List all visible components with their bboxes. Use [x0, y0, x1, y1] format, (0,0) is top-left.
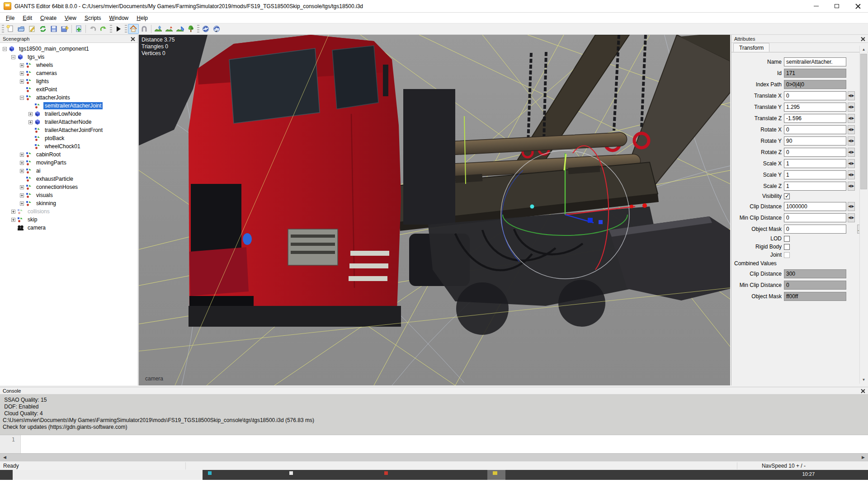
expand-icon[interactable] [28, 120, 33, 124]
tree-node-exitpoint[interactable]: exitPoint [0, 85, 138, 94]
save-button[interactable] [48, 24, 59, 34]
reload-button[interactable] [38, 24, 48, 34]
terrain-smooth-button[interactable] [164, 24, 175, 34]
terrain-slope-button[interactable]: i [175, 24, 185, 34]
magnet-button[interactable] [139, 24, 150, 34]
edit-notes-button[interactable] [27, 24, 38, 34]
scale-x-field[interactable] [784, 159, 846, 168]
expand-icon[interactable] [20, 169, 24, 173]
collapse-icon[interactable] [3, 47, 7, 51]
windows-taskbar[interactable]: 10:27 [0, 470, 868, 480]
rotate-y-field[interactable] [784, 136, 846, 145]
translate-x-field[interactable] [784, 91, 846, 100]
new-file-button[interactable] [5, 24, 16, 34]
min-clip-distance-stepper[interactable] [848, 213, 855, 222]
rotate-x-field[interactable] [784, 125, 846, 134]
expand-icon[interactable] [20, 202, 24, 206]
clip-distance-stepper[interactable] [848, 202, 855, 211]
menu-create[interactable]: Create [36, 14, 61, 23]
scroll-up-icon[interactable] [860, 46, 868, 53]
expand-icon[interactable] [20, 63, 24, 67]
tree-node-tgs-vis[interactable]: tgs_vis [0, 53, 138, 61]
expand-icon[interactable] [20, 193, 24, 197]
undo-button[interactable] [87, 24, 98, 34]
scale-x-stepper[interactable] [848, 159, 855, 168]
save-as-button[interactable] [59, 24, 70, 34]
attributes-close-icon[interactable] [860, 36, 866, 42]
console-close-icon[interactable] [860, 388, 866, 394]
tree-node-semitrailerattacherjoint[interactable]: semitrailerAttacherJoint [0, 102, 138, 110]
tree-node-cameras[interactable]: cameras [0, 69, 138, 77]
tab-transform[interactable]: Transform [733, 43, 769, 52]
tree-node-visuals[interactable]: visuals [0, 191, 138, 199]
tree-node-camera[interactable]: camera [0, 224, 138, 232]
tree-node-connectionhoses[interactable]: connectionHoses [0, 183, 138, 191]
foliage-paint-button[interactable] [185, 24, 196, 34]
rigid-body-checkbox[interactable] [784, 244, 790, 250]
taskbar-app-icon[interactable] [493, 471, 497, 475]
taskbar-app-icon[interactable] [384, 471, 388, 475]
taskbar-app-icon[interactable] [208, 471, 212, 475]
reload-shaders-button[interactable] [211, 24, 222, 34]
tree-node-skip[interactable]: skip [0, 216, 138, 224]
tree-node-trailerattacherjointfront[interactable]: trailerAttacherJointFront [0, 126, 138, 134]
tree-node-cabinroot[interactable]: cabinRoot [0, 150, 138, 159]
terrain-sculpt-button[interactable] [153, 24, 164, 34]
translate-x-stepper[interactable] [848, 91, 855, 100]
expand-icon[interactable] [11, 210, 15, 214]
attributes-scrollbar[interactable] [859, 46, 867, 384]
tree-node-lights[interactable]: lights [0, 77, 138, 85]
menu-view[interactable]: View [61, 14, 80, 23]
expand-icon[interactable] [20, 71, 24, 75]
tree-node-collisions[interactable]: collisions [0, 207, 138, 216]
menu-edit[interactable]: Edit [19, 14, 36, 23]
play-button[interactable] [113, 24, 124, 34]
menu-file[interactable]: File [2, 14, 19, 23]
rotate-z-stepper[interactable] [848, 148, 855, 157]
maximize-button[interactable] [826, 0, 847, 13]
tree-node-movingparts[interactable]: movingParts [0, 159, 138, 167]
menu-scripts[interactable]: Scripts [80, 14, 105, 23]
scroll-right-icon[interactable] [859, 454, 867, 461]
reload-assets-button[interactable] [200, 24, 211, 34]
tree-node-trailerlownode[interactable]: trailerLowNode [0, 110, 138, 118]
translate-z-stepper[interactable] [848, 114, 855, 123]
lod-checkbox[interactable] [784, 236, 790, 242]
collapse-icon[interactable] [20, 96, 24, 100]
tree-node-tgs18500-main-component1[interactable]: tgs18500_main_component1 [0, 45, 138, 53]
expand-icon[interactable] [20, 153, 24, 157]
scenegraph-close-icon[interactable] [130, 36, 136, 42]
scale-z-stepper[interactable] [848, 182, 855, 191]
rotate-y-stepper[interactable] [848, 136, 855, 145]
scrollbar-thumb[interactable] [860, 54, 867, 189]
toolbar-grip[interactable] [110, 25, 112, 33]
taskbar-app-icon[interactable] [289, 471, 293, 475]
expand-icon[interactable] [20, 161, 24, 165]
scroll-down-icon[interactable] [860, 376, 868, 384]
close-button[interactable] [847, 0, 868, 13]
scroll-left-icon[interactable] [1, 454, 9, 461]
toolbar-grip[interactable] [125, 25, 127, 33]
menu-help[interactable]: Help [132, 14, 152, 23]
rotate-x-stepper[interactable] [848, 125, 855, 134]
clip-distance-field[interactable] [784, 202, 846, 211]
min-clip-distance-field[interactable] [784, 213, 846, 222]
translate-z-field[interactable] [784, 114, 846, 123]
visibility-checkbox[interactable] [784, 193, 790, 199]
tree-node-wheelchock01[interactable]: wheelChock01 [0, 142, 138, 150]
toolbar-grip[interactable] [2, 25, 4, 33]
tree-node-skinning[interactable]: skinning [0, 199, 138, 207]
name-field[interactable] [784, 57, 846, 66]
tree-node-exhaustparticle[interactable]: exhaustParticle [0, 175, 138, 183]
toolbar-grip[interactable] [197, 25, 199, 33]
object-mask-field[interactable] [784, 225, 846, 234]
open-file-button[interactable] [16, 24, 27, 34]
script-console-editor[interactable]: 1 [0, 435, 868, 453]
tree-node-ai[interactable]: ai [0, 167, 138, 175]
tree-node-attacherjoints[interactable]: attacherJoints [0, 94, 138, 102]
tree-node-ptoback[interactable]: ptoBack [0, 134, 138, 142]
minimize-button[interactable] [806, 0, 826, 13]
scale-y-field[interactable] [784, 170, 846, 179]
expand-icon[interactable] [28, 112, 33, 116]
collapse-icon[interactable] [11, 55, 15, 59]
